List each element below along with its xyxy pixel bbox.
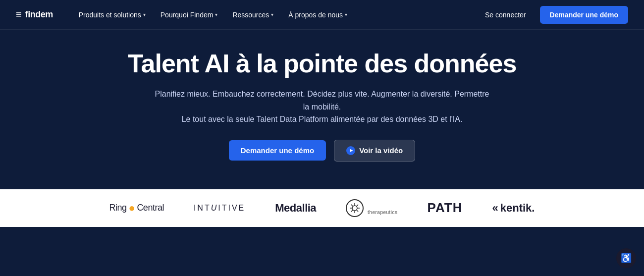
play-icon: ▶ <box>346 146 355 155</box>
svg-point-0 <box>352 206 357 211</box>
chevron-down-icon: ▾ <box>345 12 347 17</box>
eikon-main-text: eikon <box>368 201 397 210</box>
nav-item-why[interactable]: Pourquoi Findem ▾ <box>155 8 224 22</box>
ringcentral-text: Ring <box>109 203 127 213</box>
logo-medallia: Medallia <box>275 202 316 215</box>
logo-icon: ≡ <box>16 9 21 20</box>
intuitive-text: INTUiTIVE <box>194 204 245 213</box>
svg-line-5 <box>351 205 353 206</box>
kentik-text: kentik. <box>500 202 535 215</box>
nav-links: Produits et solutions ▾ Pourquoi Findem … <box>73 8 479 22</box>
logo-intuitive: INTUiTIVE <box>194 204 245 213</box>
hero-title: Talent AI à la pointe des données <box>128 50 517 78</box>
nav-label-why: Pourquoi Findem <box>161 11 214 19</box>
hero-buttons: Demander une démo ▶ Voir la vidéo <box>229 140 415 162</box>
video-button[interactable]: ▶ Voir la vidéo <box>334 140 415 162</box>
eikon-text-group: eikon therapeutics <box>368 201 397 215</box>
path-text: PATH <box>428 200 463 216</box>
nav-item-products[interactable]: Produits et solutions ▾ <box>73 8 152 22</box>
svg-line-8 <box>351 210 353 212</box>
hero-subtitle-line2: Le tout avec la seule Talent Data Platfo… <box>182 115 463 123</box>
demo-button-hero[interactable]: Demander une démo <box>229 140 326 161</box>
accessibility-icon: ♿ <box>621 253 632 264</box>
chevron-down-icon: ▾ <box>143 12 146 17</box>
ringcentral-dot: ● <box>129 202 135 215</box>
logo-text: findem <box>25 9 53 20</box>
nav-actions: Se connecter Demander une démo <box>479 6 628 24</box>
logo-ringcentral: Ring●Central <box>109 202 164 215</box>
login-button[interactable]: Se connecter <box>479 8 532 22</box>
nav-label-resources: Ressources <box>232 11 269 19</box>
logo-eikon: eikon therapeutics <box>346 199 397 217</box>
accessibility-button[interactable]: ♿ <box>616 248 636 268</box>
ringcentral-text2: Central <box>137 203 164 213</box>
eikon-circle-icon <box>346 199 364 217</box>
demo-button-nav[interactable]: Demander une démo <box>540 6 628 24</box>
logo[interactable]: ≡ findem <box>16 9 53 20</box>
logo-kentik: « kentik. <box>492 202 535 215</box>
hero-subtitle: Planifiez mieux. Embauchez correctement.… <box>154 88 490 126</box>
nav-label-about: À propos de nous <box>288 11 343 19</box>
hero-subtitle-line1: Planifiez mieux. Embauchez correctement.… <box>155 90 489 111</box>
svg-line-6 <box>357 210 358 212</box>
navbar: ≡ findem Produits et solutions ▾ Pourquo… <box>0 0 644 30</box>
logos-strip: Ring●Central INTUiTIVE Medallia eikon th <box>0 189 644 227</box>
video-button-label: Voir la vidéo <box>359 146 403 155</box>
nav-label-products: Produits et solutions <box>79 11 141 19</box>
chevron-down-icon: ▾ <box>271 12 273 17</box>
nav-item-resources[interactable]: Ressources ▾ <box>226 8 279 22</box>
kentik-chevrons-icon: « <box>492 202 498 215</box>
hero-section: Talent AI à la pointe des données Planif… <box>0 30 644 189</box>
medallia-text: Medallia <box>275 202 316 215</box>
eikon-svg <box>349 202 361 214</box>
svg-line-7 <box>357 205 358 206</box>
eikon-sub-text: therapeutics <box>368 210 397 215</box>
logo-path: PATH <box>428 200 463 216</box>
chevron-down-icon: ▾ <box>215 12 217 17</box>
nav-item-about[interactable]: À propos de nous ▾ <box>282 8 353 22</box>
